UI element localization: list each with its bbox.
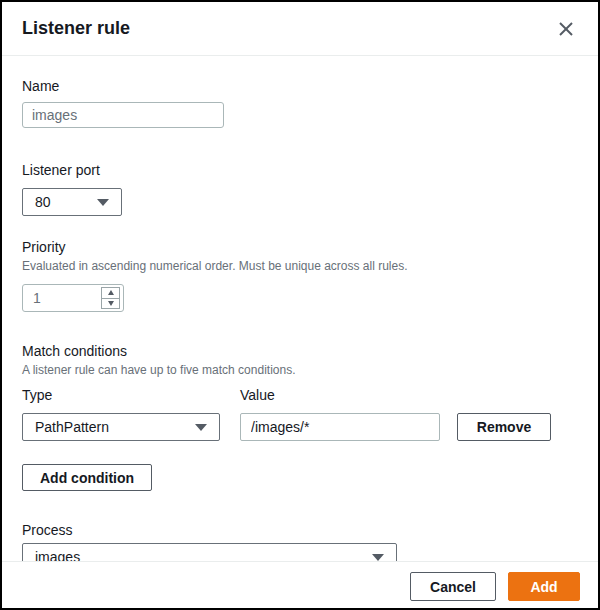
arrow-up-icon bbox=[108, 290, 114, 295]
condition-type-column: Type PathPattern bbox=[22, 386, 220, 441]
spinner-down-button[interactable] bbox=[102, 298, 119, 309]
condition-type-select[interactable]: PathPattern bbox=[22, 413, 220, 441]
dialog-footer: Cancel Add bbox=[2, 561, 598, 601]
priority-input[interactable] bbox=[23, 290, 73, 306]
caret-down-icon bbox=[97, 199, 109, 206]
spinner-up-button[interactable] bbox=[102, 288, 119, 298]
listener-port-field-group: Listener port 80 bbox=[22, 161, 578, 216]
add-condition-button[interactable]: Add condition bbox=[22, 464, 152, 491]
spinner-control bbox=[101, 287, 120, 309]
listener-port-select[interactable]: 80 bbox=[22, 188, 122, 216]
value-label: Value bbox=[240, 386, 440, 404]
condition-value-input[interactable] bbox=[240, 413, 440, 441]
priority-stepper[interactable] bbox=[22, 284, 124, 312]
listener-port-selected-value: 80 bbox=[35, 194, 51, 210]
close-button[interactable] bbox=[554, 17, 578, 41]
remove-condition-button[interactable]: Remove bbox=[457, 413, 551, 441]
name-field-group: Name bbox=[22, 77, 578, 128]
close-icon bbox=[558, 21, 574, 37]
name-label: Name bbox=[22, 77, 578, 95]
add-button[interactable]: Add bbox=[508, 572, 580, 601]
match-conditions-group: Match conditions A listener rule can hav… bbox=[22, 342, 578, 491]
dialog-body: Name Listener port 80 Priority Evaluated… bbox=[2, 77, 598, 571]
process-label: Process bbox=[22, 521, 578, 539]
priority-field-group: Priority Evaluated in ascending numerica… bbox=[22, 238, 578, 312]
priority-help-text: Evaluated in ascending numerical order. … bbox=[22, 258, 578, 274]
condition-type-selected-value: PathPattern bbox=[35, 419, 109, 435]
match-conditions-label: Match conditions bbox=[22, 342, 578, 360]
match-conditions-help-text: A listener rule can have up to five matc… bbox=[22, 362, 578, 378]
condition-row: Type PathPattern Value Remove bbox=[22, 386, 578, 441]
name-input[interactable] bbox=[22, 102, 224, 128]
condition-value-column: Value bbox=[240, 386, 440, 441]
listener-rule-dialog: Listener rule Name Listener port 80 Prio… bbox=[0, 0, 600, 610]
dialog-header: Listener rule bbox=[2, 2, 598, 56]
type-label: Type bbox=[22, 386, 220, 404]
priority-label: Priority bbox=[22, 238, 578, 256]
caret-down-icon bbox=[372, 554, 384, 561]
dialog-title: Listener rule bbox=[22, 18, 130, 39]
listener-port-label: Listener port bbox=[22, 161, 578, 179]
cancel-button[interactable]: Cancel bbox=[410, 572, 496, 601]
caret-down-icon bbox=[195, 424, 207, 431]
arrow-down-icon bbox=[108, 301, 114, 306]
